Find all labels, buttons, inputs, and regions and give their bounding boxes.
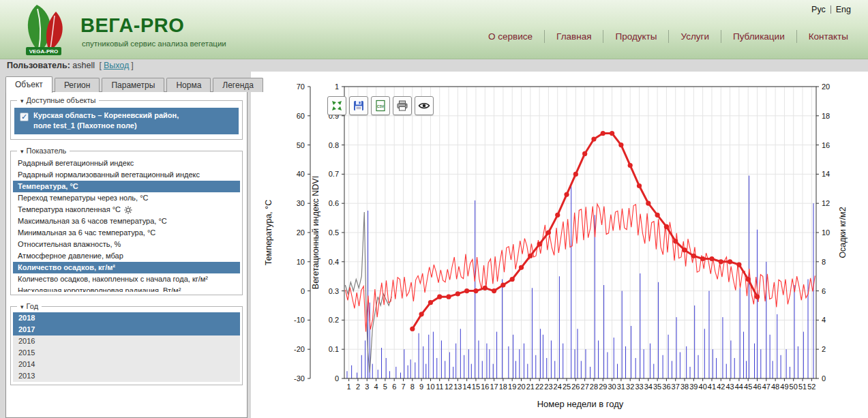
sidebar-tabs: Объект Регион Параметры Норма Легенда [5, 76, 265, 92]
lang-eng[interactable]: Eng [831, 5, 856, 14]
indicator-item[interactable]: Атмосферное давление, мбар [13, 250, 240, 262]
visibility-button[interactable] [415, 96, 434, 115]
svg-text:47: 47 [762, 383, 770, 391]
year-item-2016[interactable]: 2016 [13, 335, 240, 347]
tab-region[interactable]: Регион [55, 78, 100, 92]
indicator-item[interactable]: Радарный нормализованный вегетационный и… [13, 169, 240, 181]
indicator-label: Переход температуры через ноль, °C [18, 194, 149, 203]
svg-text:32: 32 [626, 383, 634, 391]
svg-text:29: 29 [599, 383, 607, 391]
objects-section-title: ▾Доступные объекты [17, 96, 99, 104]
object-name-line1: Курская область – Кореневский район, [33, 110, 235, 121]
svg-text:44: 44 [735, 383, 743, 391]
svg-text:52: 52 [807, 383, 815, 391]
indicator-item[interactable]: Радарный вегетационный индекс [13, 158, 240, 169]
indicator-label: Относительная влажность, % [18, 240, 121, 249]
object-item[interactable]: ✓ Курская область – Кореневский район, п… [14, 108, 239, 134]
svg-text:3: 3 [365, 383, 369, 391]
svg-text:48: 48 [771, 383, 779, 391]
lang-rus[interactable]: Рус [807, 5, 830, 14]
svg-text:34: 34 [644, 383, 653, 391]
vega-logo-icon[interactable]: VEGA-PRO [11, 2, 76, 57]
indicator-item-clipped[interactable]: Нисходящая коротковолновая радиация, Вт/… [13, 285, 240, 292]
nav-item-about[interactable]: О сервисе [477, 30, 544, 43]
indicator-item[interactable]: Минимальная за 6 час температура, °C [13, 227, 240, 239]
collapse-button[interactable] [327, 96, 346, 115]
svg-text:20: 20 [517, 383, 525, 391]
svg-text:23: 23 [544, 383, 552, 391]
username: ashell [72, 61, 95, 70]
indicator-label: Температура, °C [18, 182, 78, 191]
svg-text:37: 37 [672, 383, 680, 391]
svg-text:1: 1 [347, 383, 351, 391]
indicator-item-precipitation[interactable]: Количество осадков, кг/м² [13, 262, 240, 273]
svg-text:22: 22 [535, 383, 543, 391]
nav-item-products[interactable]: Продукты [603, 30, 668, 43]
nav-item-home[interactable]: Главная [544, 30, 603, 43]
year-item-2017[interactable]: 2017 [13, 324, 240, 335]
svg-text:2: 2 [356, 383, 360, 391]
print-button[interactable] [393, 96, 412, 115]
svg-text:43: 43 [725, 383, 734, 391]
svg-text:8: 8 [410, 383, 415, 391]
svg-text:-20: -20 [294, 345, 305, 353]
nav-item-publications[interactable]: Публикации [721, 30, 796, 43]
svg-text:0.5: 0.5 [329, 228, 339, 237]
svg-text:15: 15 [472, 383, 480, 391]
indicator-section-title: ▾Показатель [17, 147, 70, 155]
svg-text:50: 50 [297, 141, 305, 149]
indicator-label: Радарный вегетационный индекс [18, 159, 134, 168]
tab-legend[interactable]: Легенда [213, 78, 263, 92]
svg-text:8: 8 [822, 258, 826, 266]
collapse-triangle-icon[interactable]: ▾ [20, 148, 27, 155]
svg-text:0.6: 0.6 [329, 199, 339, 207]
object-checkbox[interactable]: ✓ [20, 113, 29, 121]
svg-text:35: 35 [653, 383, 661, 391]
svg-text:30: 30 [297, 199, 305, 207]
svg-text:45: 45 [744, 383, 752, 391]
svg-text:31: 31 [617, 383, 625, 391]
indicator-label: Нисходящая коротковолновая радиация, Вт/… [18, 286, 181, 292]
tab-object[interactable]: Объект [5, 76, 53, 93]
svg-text:0: 0 [301, 287, 305, 295]
ndvi-axis-title: Вегетационный индекс NDVI [311, 176, 320, 289]
collapse-triangle-icon[interactable]: ▾ [20, 98, 27, 104]
floppy-icon [353, 100, 365, 112]
export-csv-button[interactable]: CSV [371, 96, 390, 115]
eye-icon [418, 100, 430, 112]
svg-text:24: 24 [554, 383, 562, 391]
save-button[interactable] [349, 96, 368, 115]
gear-icon[interactable] [124, 206, 132, 214]
chart-toolbar: CSV [327, 96, 434, 115]
indicator-item-temperature[interactable]: Температура, °C [13, 181, 240, 192]
tab-parameters[interactable]: Параметры [102, 78, 164, 92]
year-item-2013[interactable]: 2013 [13, 370, 240, 382]
indicator-label: Атмосферное давление, мбар [18, 252, 123, 260]
svg-text:5: 5 [383, 383, 387, 391]
nav-item-services[interactable]: Услуги [668, 30, 721, 43]
svg-text:16: 16 [481, 383, 489, 391]
chart-panel: 706050403020100-10-20-3010.90.80.70.60.5… [251, 72, 868, 418]
svg-text:-10: -10 [294, 316, 305, 324]
indicator-item[interactable]: Относительная влажность, % [13, 239, 240, 250]
year-item-2018[interactable]: 2018 [13, 312, 240, 324]
year-item-2015[interactable]: 2015 [13, 347, 240, 359]
indicator-item[interactable]: Температура накопленная °C [13, 204, 240, 215]
brand-subtitle: спутниковый сервис анализа вегетации [82, 40, 226, 48]
svg-text:13: 13 [453, 383, 462, 391]
indicator-item[interactable]: Переход температуры через ноль, °C [13, 192, 240, 204]
logout-link[interactable]: Выход [104, 61, 129, 70]
nav-item-contacts[interactable]: Контакты [796, 30, 860, 43]
collapse-triangle-icon[interactable]: ▾ [20, 303, 27, 310]
svg-text:CSV: CSV [377, 104, 385, 108]
section-title-text: Показатель [27, 147, 67, 155]
indicator-item[interactable]: Максимальная за 6 часов температура, °C [13, 215, 240, 227]
svg-text:4: 4 [374, 383, 378, 391]
indicator-item[interactable]: Количество осадков, накопленных с начала… [13, 273, 240, 285]
svg-text:51: 51 [798, 383, 807, 391]
temperature-series [346, 204, 815, 331]
svg-text:11: 11 [436, 383, 443, 391]
year-item-2014[interactable]: 2014 [13, 359, 240, 370]
svg-text:38: 38 [680, 383, 689, 391]
tab-norm[interactable]: Норма [166, 78, 211, 92]
